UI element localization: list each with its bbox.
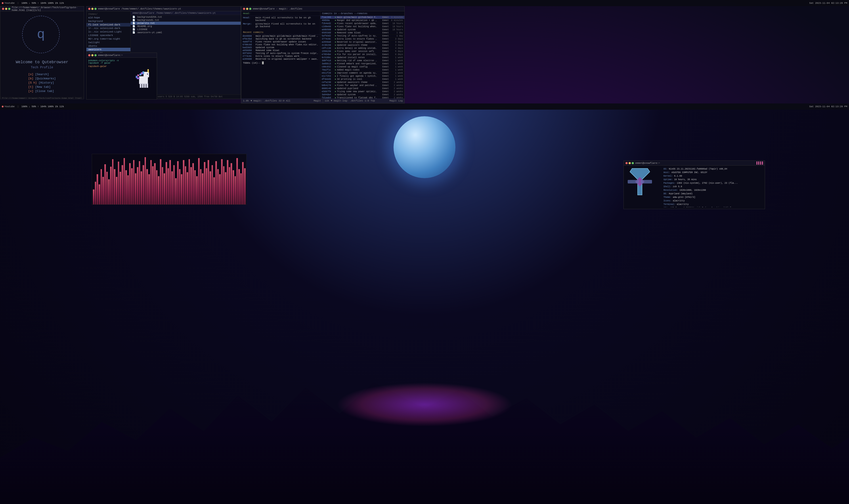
log-commit-row[interactable]: fd1aabd ● Transitioned to flatpak obs fo… — [320, 96, 404, 98]
neofetch-key: Host: — [664, 171, 670, 174]
qute-link-closetab[interactable]: [x] [Close tab] — [28, 90, 56, 93]
window-controls-neofetch[interactable] — [626, 162, 634, 164]
sidebar-item-selenized-light[interactable]: lc-.nix selenized-Light — [87, 30, 130, 34]
neofetch-key: Terminal: — [664, 203, 675, 205]
git-statusbars: 1.8k ▼ magit: .dotfiles 32:0 All Magit 1… — [241, 98, 404, 103]
file-item-license[interactable]: 📄 LICENSE — [131, 28, 241, 31]
log-commit-row[interactable]: b0b4278 ● Fixes for waybar and patched c… — [320, 84, 404, 87]
log-commit-row[interactable]: 70a2f1c ● Added magit-todos Emmet 1 week — [320, 69, 404, 72]
sidebar-item-background[interactable]: background — [87, 19, 130, 23]
qute-link-quickmarks[interactable]: [b] [Quickmarks] — [28, 77, 56, 80]
git-recent-label: Recent commits — [241, 30, 320, 35]
window-controls-pokemon[interactable] — [88, 54, 97, 56]
sidebar-item-tomorrow[interactable]: RE=.org tomorrow-night — [87, 37, 130, 41]
close-button-git[interactable] — [243, 8, 245, 10]
log-commit-row[interactable]: 8880140 ● Updated pyprland Emmet 2 weeks — [320, 87, 404, 90]
log-commit-row[interactable]: e011f28 ● Improved comment on agenda syn… — [320, 72, 404, 75]
minimize-button-neofetch[interactable] — [629, 162, 631, 164]
log-commit-row[interactable]: 1550158 ● Fixes qemu user session uefi E… — [320, 50, 404, 53]
git-left-pane[interactable]: Head: Head: main Fixed all screenshots t… — [241, 11, 320, 98]
sidebar-item-uwunicorn[interactable]: uwunicorn — [87, 48, 130, 51]
window-controls-files[interactable] — [88, 8, 97, 10]
log-commit-row[interactable]: 496b9a ● Ranger dnd optimization + qb fi… — [320, 19, 404, 22]
log-commit-row[interactable]: e1c7253 ● I finally got agenda + syntchi… — [320, 75, 404, 78]
maximize-button-neofetch[interactable] — [632, 162, 634, 164]
log-msg: Updated uwunicorn theme — [337, 44, 377, 47]
file-item-bg1[interactable]: 📄 background1.txt — [131, 19, 241, 22]
sidebar-item-ubuntu[interactable]: ubuntu — [87, 44, 130, 48]
log-commit-row[interactable]: f2b4ed2 ● Fixes recent qutebrowser updat… — [320, 22, 404, 25]
neofetch-key: DE: — [664, 193, 667, 195]
commit-hash: dee0888 — [242, 35, 255, 37]
minimize-button-git[interactable] — [246, 8, 248, 10]
sidebar-item-selenized2[interactable]: lr-.nix selenized-dark — [87, 26, 130, 30]
log-commit-row[interactable]: 9c51bbc ● Updated install notes Emmet 1 … — [320, 56, 404, 59]
log-msg: Fix for nix parser on install.org? — [337, 53, 377, 56]
close-button[interactable] — [2, 8, 4, 10]
log-commit-row[interactable]: 3d0f418 ● Getting rid of some electron p… — [320, 59, 404, 62]
log-commit-row[interactable]: c2d9e60 ● Fixes flake not building when … — [320, 25, 404, 28]
window-controls[interactable] — [2, 8, 11, 10]
log-commit-row[interactable]: f1ac389 ● main gitea/main github/main Fi… — [320, 16, 404, 19]
window-controls-git[interactable] — [243, 8, 251, 10]
log-author: Emmet — [378, 75, 389, 77]
close-button-files[interactable] — [88, 8, 90, 10]
log-commit-row[interactable]: a2658a0 ● Reverted to original uwunicorn… — [320, 41, 404, 44]
log-commit-row[interactable]: c00c032 ● Cleaned up magit config Emmet … — [320, 66, 404, 69]
bottom-taskbar-youtube[interactable]: Youtube — [2, 105, 15, 108]
log-commit-row[interactable]: 5af93d2 ● Testing if auto-cpufreq is sys… — [320, 35, 404, 38]
close-button-pokemon[interactable] — [88, 54, 90, 56]
log-commit-row[interactable]: df4eeeb ● 3d printing is cool Emmet 1 we… — [320, 78, 404, 81]
log-commit-row[interactable]: 95953dd ● Removed some bloat Emmet 1 day — [320, 31, 404, 35]
qute-link-newtab[interactable]: [t] [New tab] — [28, 85, 56, 89]
viz-bar — [233, 170, 234, 204]
minimize-button[interactable] — [5, 8, 7, 10]
sidebar-item-spacedark[interactable]: LICENSE spacedark — [87, 34, 130, 37]
log-time: 6 days — [390, 53, 403, 56]
maximize-button-files[interactable] — [94, 8, 97, 10]
log-commit-row[interactable]: 3774c0c ● Extra lines to ensure flakes w… — [320, 38, 404, 41]
sidebar-group: themes/ — [87, 12, 130, 16]
log-commit-row[interactable]: a99b508 ● Updated system Emmet 18 hours — [320, 28, 404, 31]
sidebar-item-selenized[interactable]: fl-lock selenized-dark — [87, 23, 130, 26]
file-item-yaml[interactable]: 📄 uwunicorn-yt.yaml — [131, 31, 241, 34]
commit-msg: Extra lines to ensure flakes work — [256, 55, 300, 57]
log-commit-row[interactable]: c6fc130 ● Extra detail on adding unstabl… — [320, 47, 404, 50]
file-item-readme[interactable]: 📄 README.org — [131, 25, 241, 28]
qute-link-search[interactable]: [o] [Search] — [28, 73, 56, 76]
log-commit-row[interactable]: 3a94da4 ● Updated system Emmet 2 weeks — [320, 93, 404, 96]
log-commit-row[interactable]: e5697f8 ● Trying some new power optimiza… — [320, 90, 404, 93]
qute-key-newtab: [t] — [28, 85, 33, 89]
file-item-polarity[interactable]: 📄 polarity.txt — [131, 22, 241, 25]
file-icon: 📄 — [132, 16, 136, 18]
minimize-button-files[interactable] — [91, 8, 93, 10]
qute-key-history: [S h] — [28, 81, 37, 85]
log-commit-row[interactable]: 3a6bb13 ● Pinned embark and reorganized … — [320, 62, 404, 66]
viz-bar — [137, 167, 139, 204]
minimize-button-pokemon[interactable] — [91, 54, 93, 56]
sidebar-item-aldhope[interactable]: ald-hope — [87, 16, 130, 19]
recent-commit-row: ef0c5bdSwitching back to gh as screensho… — [241, 38, 320, 40]
git-right-pane[interactable]: Commits in --branches --remotes f1ac389 … — [320, 11, 404, 98]
viz-bar — [122, 165, 123, 204]
taskbar-youtube-item[interactable]: Youtube — [2, 2, 15, 4]
log-msg: Removed some bloat — [337, 32, 377, 34]
log-commit-row[interactable]: cefa230 ● Updated uwunicorn theme Emmet … — [320, 81, 404, 84]
maximize-button-pokemon[interactable] — [94, 54, 97, 56]
sidebar-item-twilight[interactable]: twilight — [87, 41, 130, 44]
qutebrowser-heading: Welcome to Qutebrowser — [16, 60, 68, 64]
neofetch-val: 19 hours, 35 mins — [674, 178, 697, 181]
maximize-button-git[interactable] — [249, 8, 251, 10]
log-msg: Pinned embark and reorganized packages..… — [337, 62, 377, 65]
commit-msg: Reverted to original uwunicorn wallpaer … — [256, 58, 319, 60]
commit-msg: Fixes recent qutebrowser update issues — [256, 41, 306, 43]
log-commit-row[interactable]: 2c38150 ● Updated uwunicorn theme Emmet … — [320, 44, 404, 47]
file-item-bg256[interactable]: 📄 background256.txt — [131, 16, 241, 19]
log-commit-row[interactable]: e7054be ● Fix for nix parser on install.… — [320, 53, 404, 56]
viz-bar — [152, 166, 153, 204]
close-button-neofetch[interactable] — [626, 162, 628, 164]
maximize-button[interactable] — [8, 8, 11, 10]
viz-bar — [179, 169, 181, 204]
qute-link-history[interactable]: [S h] [History] — [28, 81, 56, 85]
log-time: 5 days — [390, 50, 403, 53]
